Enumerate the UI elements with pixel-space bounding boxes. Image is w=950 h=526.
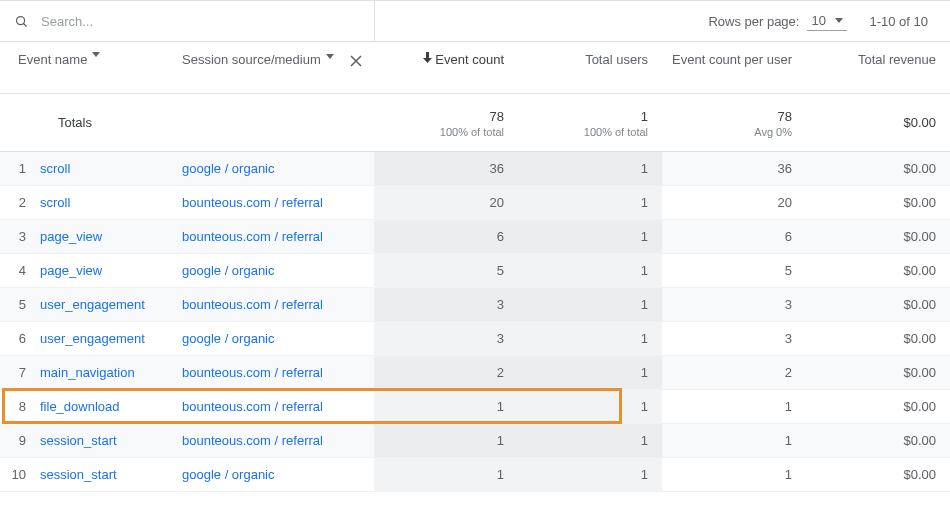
totals-m1-value: 78 [380,109,504,124]
row-index: 5 [0,297,40,312]
event-name-link[interactable]: session_start [40,433,182,448]
column-header-row: Event name Session source/medium [0,42,950,94]
cell-event-count-per-user: 20 [662,195,806,210]
primary-dimension-header[interactable]: Event name [0,42,182,69]
rows-per-page-label: Rows per page: [708,14,799,29]
cell-event-count: 1 [374,390,518,423]
metric-header-event-count-per-user[interactable]: Event count per user [662,42,806,67]
cell-total-users: 1 [518,152,662,185]
event-name-link[interactable]: session_start [40,467,182,482]
pagination-range: 1-10 of 10 [869,14,928,29]
dropdown-icon [835,18,843,23]
cell-total-revenue: $0.00 [806,263,950,278]
metric-header-event-count[interactable]: Event count [374,42,518,67]
cell-event-count-per-user: 1 [662,467,806,482]
dropdown-icon [92,52,100,57]
cell-event-count: 5 [374,254,518,287]
table-row: 6user_engagementgoogle / organic313$0.00 [0,322,950,356]
cell-event-count: 20 [374,186,518,219]
source-medium-link[interactable]: google / organic [182,331,374,346]
metric-headers: Event count Total users Event count per … [374,42,950,67]
row-index: 9 [0,433,40,448]
source-medium-link[interactable]: bounteous.com / referral [182,399,374,414]
cell-event-count: 1 [374,458,518,491]
cell-event-count-per-user: 1 [662,433,806,448]
dropdown-icon [326,52,334,59]
cell-total-users: 1 [518,254,662,287]
event-name-link[interactable]: page_view [40,229,182,244]
table-row: 4page_viewgoogle / organic515$0.00 [0,254,950,288]
event-name-link[interactable]: user_engagement [40,331,182,346]
cell-total-revenue: $0.00 [806,365,950,380]
table-row: 8file_downloadbounteous.com / referral11… [0,390,950,424]
source-medium-link[interactable]: bounteous.com / referral [182,229,374,244]
cell-total-revenue: $0.00 [806,399,950,414]
search-container [0,1,374,41]
cell-total-users: 1 [518,322,662,355]
totals-m2-sub: 100% of total [524,126,648,138]
row-index: 6 [0,331,40,346]
row-index: 8 [0,399,40,414]
cell-total-users: 1 [518,458,662,491]
source-medium-link[interactable]: google / organic [182,467,374,482]
event-name-link[interactable]: user_engagement [40,297,182,312]
top-bar: Rows per page: 10 1-10 of 10 [0,0,950,42]
cell-total-users: 1 [518,424,662,457]
source-medium-link[interactable]: bounteous.com / referral [182,195,374,210]
table-row: 7main_navigationbounteous.com / referral… [0,356,950,390]
cell-event-count: 2 [374,356,518,389]
event-name-link[interactable]: main_navigation [40,365,182,380]
rows-per-page-select[interactable]: 10 [807,11,847,31]
cell-total-users: 1 [518,220,662,253]
event-name-link[interactable]: scroll [40,195,182,210]
source-medium-link[interactable]: google / organic [182,161,374,176]
cell-event-count: 3 [374,322,518,355]
cell-total-revenue: $0.00 [806,467,950,482]
cell-event-count: 36 [374,152,518,185]
cell-event-count-per-user: 36 [662,161,806,176]
source-medium-link[interactable]: google / organic [182,263,374,278]
cell-event-count-per-user: 1 [662,399,806,414]
cell-total-users: 1 [518,356,662,389]
totals-m4-value: $0.00 [812,115,936,130]
search-input[interactable] [39,13,374,30]
primary-dimension-label: Event name [18,52,87,69]
event-name-link[interactable]: page_view [40,263,182,278]
secondary-dimension-header[interactable]: Session source/medium [182,42,374,69]
totals-m3-value: 78 [668,109,792,124]
sort-arrow-down-icon [423,52,432,63]
table-row: 9session_startbounteous.com / referral11… [0,424,950,458]
row-index: 4 [0,263,40,278]
dimension-headers: Event name Session source/medium [0,42,374,93]
cell-event-count-per-user: 6 [662,229,806,244]
rows-per-page-value: 10 [811,13,825,28]
row-index: 1 [0,161,40,176]
totals-row: Totals 78100% of total 1100% of total 78… [0,94,950,152]
cell-event-count: 6 [374,220,518,253]
search-icon [14,14,29,29]
remove-dimension-button[interactable] [348,52,374,68]
metric-header-total-users[interactable]: Total users [518,42,662,67]
source-medium-link[interactable]: bounteous.com / referral [182,365,374,380]
pagination-bar: Rows per page: 10 1-10 of 10 [375,11,950,31]
metric-header-total-revenue[interactable]: Total revenue [806,42,950,67]
source-medium-link[interactable]: bounteous.com / referral [182,433,374,448]
row-index: 2 [0,195,40,210]
cell-total-users: 1 [518,186,662,219]
table-row: 10session_startgoogle / organic111$0.00 [0,458,950,492]
cell-total-revenue: $0.00 [806,229,950,244]
totals-m3-sub: Avg 0% [668,126,792,138]
table-row: 3page_viewbounteous.com / referral616$0.… [0,220,950,254]
source-medium-link[interactable]: bounteous.com / referral [182,297,374,312]
cell-total-revenue: $0.00 [806,195,950,210]
cell-total-users: 1 [518,288,662,321]
cell-total-revenue: $0.00 [806,433,950,448]
table-row: 1scrollgoogle / organic36136$0.00 [0,152,950,186]
event-name-link[interactable]: file_download [40,399,182,414]
rows-per-page: Rows per page: 10 [708,11,847,31]
cell-event-count-per-user: 3 [662,297,806,312]
row-index: 7 [0,365,40,380]
event-name-link[interactable]: scroll [40,161,182,176]
cell-total-users: 1 [518,390,662,423]
svg-point-0 [17,16,25,24]
